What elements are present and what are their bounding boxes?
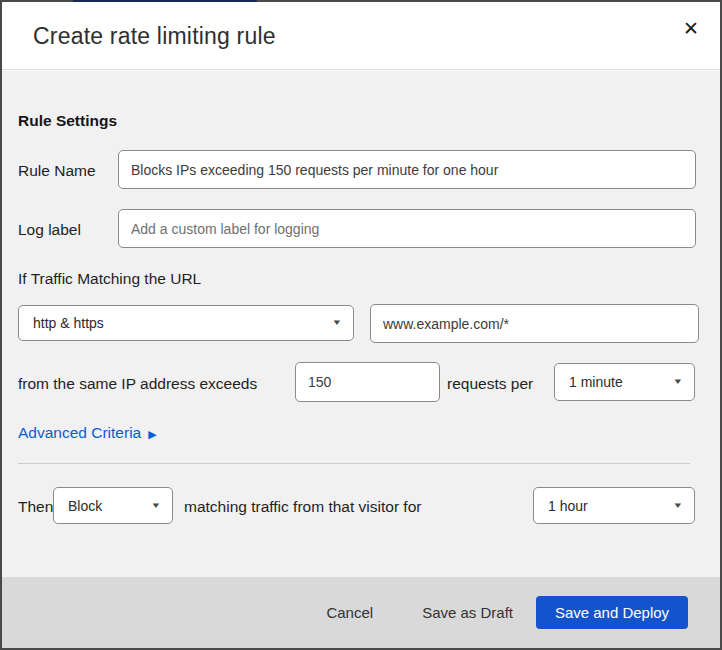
then-label: Then (18, 497, 53, 517)
scheme-select[interactable]: http & https ▼ (18, 305, 354, 341)
action-select[interactable]: Block ▼ (53, 487, 173, 524)
advanced-criteria-link[interactable]: Advanced Criteria ▶ (18, 424, 157, 442)
rule-name-label: Rule Name (18, 161, 96, 181)
advanced-criteria-label: Advanced Criteria (18, 424, 141, 442)
duration-select-value: 1 hour (548, 498, 588, 514)
threshold-text-before: from the same IP address exceeds (18, 374, 257, 394)
cancel-button[interactable]: Cancel (324, 598, 375, 627)
save-and-deploy-button[interactable]: Save and Deploy (536, 596, 688, 629)
chevron-down-icon: ▼ (332, 319, 343, 327)
log-label-label: Log label (18, 220, 81, 240)
rule-settings-heading: Rule Settings (18, 112, 117, 130)
create-rate-limiting-rule-dialog: Create rate limiting rule ✕ Rule Setting… (0, 0, 722, 650)
request-threshold-input[interactable] (295, 362, 440, 402)
scheme-select-value: http & https (33, 315, 104, 331)
action-select-value: Block (68, 498, 102, 514)
dialog-body: Rule Settings Rule Name Log label If Tra… (2, 71, 720, 577)
traffic-match-intro: If Traffic Matching the URL (18, 269, 201, 289)
dialog-footer: Cancel Save as Draft Save and Deploy (2, 577, 720, 648)
section-divider (18, 463, 690, 464)
threshold-text-after: requests per (447, 374, 533, 394)
period-select-value: 1 minute (569, 374, 623, 390)
chevron-down-icon: ▼ (151, 502, 162, 510)
chevron-down-icon: ▼ (673, 502, 684, 510)
action-middle-text: matching traffic from that visitor for (184, 497, 421, 517)
log-label-input[interactable] (118, 209, 696, 248)
save-as-draft-button[interactable]: Save as Draft (420, 598, 515, 627)
duration-select[interactable]: 1 hour ▼ (533, 487, 695, 524)
arrow-right-icon: ▶ (148, 428, 156, 441)
rule-name-input[interactable] (118, 150, 696, 189)
url-pattern-input[interactable] (370, 304, 699, 343)
period-select[interactable]: 1 minute ▼ (554, 363, 695, 401)
dialog-title: Create rate limiting rule (33, 19, 276, 53)
dialog-header: Create rate limiting rule ✕ (2, 2, 720, 70)
close-icon[interactable]: ✕ (676, 13, 706, 43)
chevron-down-icon: ▼ (673, 378, 684, 386)
